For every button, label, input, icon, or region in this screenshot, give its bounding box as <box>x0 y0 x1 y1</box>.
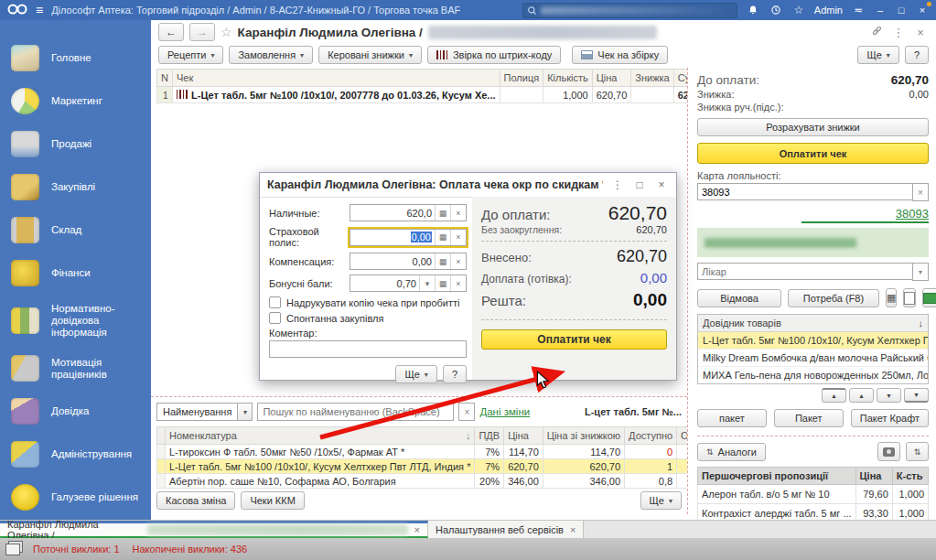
go-down-button[interactable]: ▼ <box>877 388 901 403</box>
clear-search-icon[interactable]: × <box>458 403 475 421</box>
bonus-field[interactable]: 0,70 ▾ ▦ × <box>350 275 467 292</box>
photo-button[interactable] <box>877 442 900 461</box>
minimize-button[interactable]: – <box>874 5 887 16</box>
sidebar-item-warehouse[interactable]: Склад <box>0 209 151 252</box>
nomenclature-row[interactable]: Абертін пор. саше №10, Софарма АО, Болга… <box>157 474 723 489</box>
col-qty[interactable]: Кількість <box>543 70 593 87</box>
col-discount[interactable]: Знижка <box>631 70 673 87</box>
calculator-icon[interactable]: ▦ <box>435 275 450 291</box>
clear-icon[interactable]: × <box>450 275 466 291</box>
product-item[interactable]: Milky Dream Бомбочка д/ван молочна Райсь… <box>698 350 928 367</box>
chevron-down-icon[interactable]: ▾ <box>237 403 253 421</box>
data-change-link[interactable]: Дані зміни <box>479 406 530 417</box>
proposal-row[interactable]: Алерон табл. в/о 5 мг № 10 79,60 1,000 <box>698 485 929 504</box>
go-up-button[interactable]: ▲ <box>849 388 874 403</box>
receipt-row[interactable]: 1 L-Цет табл. 5мг №100 /10х10/, 2007778 … <box>157 87 713 103</box>
col-price[interactable]: Ціна <box>504 427 543 445</box>
package-kraft-button[interactable]: Пакет Крафт <box>851 409 929 427</box>
go-last-button[interactable]: ▼ <box>904 388 929 403</box>
col-name[interactable]: Номенклатура ↓ <box>166 427 475 445</box>
dialog-maximize-icon[interactable]: □ <box>632 178 647 191</box>
history-icon[interactable] <box>769 3 783 17</box>
sidebar-item-purchases[interactable]: Закупівлі <box>0 166 151 209</box>
loyalty-card-link[interactable]: 38093 <box>896 207 929 221</box>
comment-input[interactable] <box>269 340 467 358</box>
calculator-icon[interactable]: ▦ <box>435 253 450 269</box>
connection-status-icon[interactable]: ≂ <box>851 3 866 17</box>
close-tab-icon[interactable]: × <box>414 524 420 535</box>
col-proposal[interactable]: Першочергові пропозиції <box>698 468 856 485</box>
insurance-field[interactable]: 0,00 ▦ × <box>350 229 467 246</box>
sort-down-icon[interactable]: ↓ <box>919 318 924 328</box>
loyalty-card-input[interactable] <box>697 183 912 200</box>
col-price-discount[interactable]: Ціна зі знижкою <box>543 427 624 445</box>
dialog-help-button[interactable]: ? <box>443 365 467 383</box>
app-logo-icon[interactable] <box>7 4 27 17</box>
col-qty[interactable]: К-сть <box>892 468 928 485</box>
refusal-button[interactable]: Відмова <box>697 289 781 307</box>
maximize-button[interactable]: □ <box>895 5 908 16</box>
get-link-icon[interactable] <box>868 25 885 39</box>
pay-receipt-button[interactable]: Оплатити чек <box>697 143 929 164</box>
clear-icon[interactable]: × <box>450 205 466 221</box>
col-available[interactable]: Доступно <box>625 427 677 445</box>
current-user[interactable]: Admin <box>814 5 843 16</box>
nomenclature-search-input[interactable] <box>257 403 454 421</box>
chevron-down-icon[interactable]: ▾ <box>419 275 435 291</box>
print-copy-checkbox[interactable]: Надрукувати копію чека при пробитті <box>269 296 467 308</box>
doctor-input[interactable] <box>697 263 912 280</box>
sidebar-item-sales[interactable]: Продажі <box>0 123 151 166</box>
redacted-client-link[interactable] <box>705 238 856 247</box>
package-small-button[interactable]: пакет <box>697 409 767 427</box>
form-more-button[interactable]: Ще▾ <box>857 46 898 64</box>
sidebar-item-help[interactable]: Довідка <box>0 390 151 433</box>
card-button[interactable] <box>922 288 936 307</box>
document-button[interactable] <box>903 288 916 307</box>
dialog-more-icon[interactable]: ⋮ <box>610 178 625 191</box>
sidebar-item-industry-solution[interactable]: Галузеве рішення <box>0 476 151 519</box>
barcode-check-button[interactable]: Звірка по штрих-коду <box>427 46 561 64</box>
close-tab-icon[interactable]: × <box>570 524 576 535</box>
col-check[interactable]: Чек <box>172 70 500 87</box>
sidebar-item-marketing[interactable]: Маркетинг <box>0 80 151 123</box>
cash-field[interactable]: 620,0 ▦ × <box>350 204 467 221</box>
product-item-selected[interactable]: L-Цет табл. 5мг №100 /10х10/, Кусум Хелт… <box>698 332 928 350</box>
dialog-more-button[interactable]: Ще▾ <box>395 365 436 383</box>
kkm-receipts-button[interactable]: Чеки ККМ <box>241 491 304 510</box>
form-help-button[interactable]: ? <box>905 46 929 64</box>
sidebar-item-administration[interactable]: Адміністрування <box>0 433 151 476</box>
tab-web-services[interactable]: Налаштування веб сервісів × <box>428 521 584 538</box>
col-price[interactable]: Ціна <box>855 468 892 485</box>
search-field-selector[interactable]: Найменування▾ <box>156 403 253 421</box>
more-menu-icon[interactable]: ⋮ <box>890 26 907 39</box>
nomenclature-row-selected[interactable]: L-Цет табл. 5мг №100 /10х10/, Кусум Хелт… <box>157 459 723 474</box>
assembly-receipt-button[interactable]: Чек на збірку <box>572 46 668 64</box>
orders-button[interactable]: Замовлення▾ <box>229 46 313 64</box>
compensation-field[interactable]: 0,00 ▦ × <box>350 253 467 270</box>
cash-shift-button[interactable]: Касова зміна <box>156 491 235 510</box>
package-button[interactable]: Пакет <box>774 409 844 427</box>
favorite-star-icon[interactable]: ☆ <box>221 25 232 39</box>
splitter-button[interactable]: ⇅ <box>906 442 929 461</box>
calculator-icon[interactable]: ▦ <box>435 230 450 245</box>
dialog-close-icon[interactable]: × <box>654 178 669 191</box>
calculator-icon[interactable]: ▦ <box>435 205 450 221</box>
product-item[interactable]: МИХА Гель-пена для новорожденных 250мл, … <box>698 367 928 383</box>
close-form-icon[interactable]: × <box>912 26 929 39</box>
back-button[interactable]: ← <box>158 23 184 41</box>
sidebar-item-finance[interactable]: Фінанси <box>0 252 151 295</box>
clear-icon[interactable]: × <box>450 253 466 269</box>
dialog-pay-receipt-button[interactable]: Оплатити чек <box>481 329 667 350</box>
managed-discounts-button[interactable]: Керовані знижки▾ <box>318 46 422 64</box>
need-button[interactable]: Потреба (F8) <box>788 289 879 307</box>
recipes-button[interactable]: Рецепти▾ <box>158 46 223 64</box>
calculator-button[interactable]: ▦ <box>886 288 897 307</box>
bottom-more-button[interactable]: Ще▾ <box>640 491 682 510</box>
sidebar-item-reference-info[interactable]: Нормативно-довідкова інформація <box>0 295 151 347</box>
col-shelf[interactable]: Полиця <box>500 70 543 87</box>
col-price[interactable]: Ціна <box>592 70 631 87</box>
sidebar-item-staff-motivation[interactable]: Мотивація працівників <box>0 347 151 390</box>
notifications-bell-icon[interactable] <box>746 3 760 17</box>
calculate-discounts-button[interactable]: Розрахувати знижки <box>697 118 929 136</box>
col-vat[interactable]: ПДВ <box>475 427 504 445</box>
